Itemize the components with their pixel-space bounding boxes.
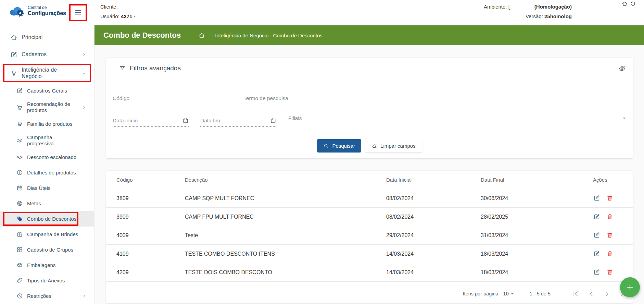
- trash-icon: [606, 213, 613, 220]
- trash-icon: [606, 250, 613, 257]
- sidebar-item-combo-de-descontos[interactable]: Combo de Descontos: [0, 211, 94, 227]
- sidebar-item-cadastro-de-grupos[interactable]: Cadastro de Grupos: [0, 242, 94, 257]
- eye-off-icon: [618, 65, 626, 72]
- edit-button[interactable]: [593, 195, 601, 202]
- sidebar-item-tipos-de-anexos[interactable]: Tipos de Anexos: [0, 273, 94, 288]
- paperclip-icon: [16, 277, 23, 284]
- sidebar-item-label: Embalagens: [27, 262, 55, 268]
- caret-down-icon: [509, 291, 515, 297]
- sidebar-item-recomendacao-de-produtos[interactable]: Recomendação de produtos: [0, 98, 94, 116]
- menu-toggle-button[interactable]: [73, 7, 84, 18]
- breadcrumb-home-icon[interactable]: [198, 32, 205, 39]
- usuario-value: 4271 -: [121, 13, 136, 19]
- sidebar-item-label: Campanha de Brindes: [27, 231, 78, 238]
- cliente-label: Cliente:: [100, 4, 118, 10]
- info-icon: [16, 169, 23, 176]
- sidebar-item-label: Recomendação de produtos: [27, 101, 79, 113]
- delete-button[interactable]: [606, 269, 614, 276]
- sidebar-item-cadastros-gerais[interactable]: Cadastros Gerais: [0, 83, 94, 98]
- cell-codigo: 4009: [116, 232, 185, 239]
- codigo-input[interactable]: Código: [113, 92, 232, 104]
- cell-data-inicial: 08/02/2024: [386, 195, 481, 202]
- chevron-right-icon: [81, 105, 87, 110]
- filters-header: Filtros avançados: [119, 64, 181, 72]
- edit-button[interactable]: [593, 250, 601, 258]
- cell-data-final: 18/03/2024: [481, 269, 593, 276]
- cell-codigo: 4109: [116, 251, 185, 257]
- sidebar-item-label: Metas: [27, 200, 41, 207]
- logout-power-icon[interactable]: [630, 1, 636, 7]
- data-inicio-input[interactable]: Data início: [113, 114, 189, 127]
- sidebar-item-metas[interactable]: Metas: [0, 196, 94, 211]
- sidebar-item-label: Tipos de Anexos: [27, 278, 65, 284]
- package-icon: [16, 262, 23, 268]
- hide-filters-button[interactable]: [618, 64, 627, 73]
- logo-cloud-gear-icon: [8, 5, 25, 17]
- sidebar-item-campanha-de-brindes[interactable]: Campanha de Brindes: [0, 227, 94, 242]
- codigo-placeholder: Código: [113, 95, 129, 101]
- previous-page-button[interactable]: [587, 289, 596, 298]
- cell-acoes: [593, 250, 633, 258]
- cell-acoes: [593, 195, 633, 202]
- usuario-label: Usuário:: [100, 13, 119, 19]
- next-page-button[interactable]: [603, 289, 611, 298]
- filiais-placeholder: Filiais: [288, 115, 302, 121]
- sidebar-item-cadastros[interactable]: Cadastros: [0, 46, 94, 63]
- limpar-label: Limpar campos: [380, 143, 416, 149]
- filters-card: Filtros avançados Código Termo de pesqui…: [106, 58, 633, 158]
- delete-button[interactable]: [606, 195, 614, 202]
- cell-codigo: 4209: [116, 269, 185, 276]
- items-per-page-select[interactable]: 10: [503, 291, 515, 297]
- filiais-select[interactable]: Filiais: [288, 112, 627, 124]
- cell-codigo: 3809: [116, 195, 185, 202]
- sidebar-item-label: Desconto escalonado: [27, 154, 76, 160]
- cart-icon: [16, 104, 23, 111]
- waves-icon: [16, 154, 23, 160]
- trash-icon: [606, 232, 613, 239]
- table-row: 4209TESTE DOIS COMBO DESCONTO14/03/20241…: [106, 263, 633, 282]
- sidebar-item-campanha-progressiva[interactable]: Campanha progressiva: [0, 132, 94, 149]
- pagination: Itens por página 10 1 - 5 de 5: [463, 287, 627, 301]
- sidebar-item-dias-uteis[interactable]: Dias Úteis: [0, 180, 94, 196]
- delete-button[interactable]: [606, 250, 614, 258]
- sidebar-item-restricoes[interactable]: Restrições: [0, 288, 94, 304]
- table-row: 3909CAMP FPU MULT FORNEC08/02/202428/02/…: [106, 208, 633, 226]
- sidebar-item-inteligencia-de-negocio[interactable]: Inteligência de Negócio: [0, 63, 94, 83]
- cell-data-final: 31/03/2024: [481, 232, 593, 239]
- edit-button[interactable]: [593, 213, 601, 221]
- sidebar-item-detalhes-de-produtos[interactable]: Detalhes de produtos: [0, 165, 94, 180]
- sidebar-item-principal[interactable]: Principal: [0, 29, 94, 46]
- corner-icons: [622, 1, 636, 7]
- first-page-button[interactable]: [571, 289, 580, 298]
- table-body: 3809CAMP SQP MULT FORNEC08/02/202430/06/…: [106, 189, 633, 282]
- calendar-icon[interactable]: [182, 118, 189, 124]
- cell-descricao: TESTE DOIS COMBO DESCONTO: [185, 269, 386, 276]
- column-header-3: Data Final: [481, 177, 593, 183]
- results-table-card: CódigoDescriçãoData InicialData FinalAçõ…: [106, 171, 633, 303]
- data-fim-input[interactable]: Data fim: [200, 114, 276, 127]
- sidebar-item-familia-de-produtos[interactable]: Família de produtos: [0, 116, 94, 132]
- limpar-campos-button[interactable]: Limpar campos: [365, 139, 422, 153]
- grid-icon: [16, 246, 23, 253]
- cell-data-inicial: 29/02/2024: [386, 232, 481, 239]
- logo-text: Central de Configurações: [28, 5, 66, 16]
- cell-acoes: [593, 213, 633, 221]
- add-button[interactable]: [620, 277, 640, 297]
- sidebar-item-label: Campanha progressiva: [27, 134, 79, 147]
- termo-pesquisa-input[interactable]: Termo de pesquisa: [243, 92, 627, 104]
- hamburger-menu-icon: [74, 8, 83, 17]
- delete-button[interactable]: [606, 232, 614, 239]
- calendar-icon[interactable]: [270, 118, 276, 124]
- sidebar-item-embalagens[interactable]: Embalagens: [0, 257, 94, 273]
- home-corner-icon[interactable]: [622, 1, 628, 7]
- sidebar-item-desconto-escalonado[interactable]: Desconto escalonado: [0, 149, 94, 165]
- app-logo[interactable]: Central de Configurações: [8, 5, 66, 17]
- pesquisar-label: Pesquisar: [332, 143, 355, 149]
- pesquisar-button[interactable]: Pesquisar: [317, 139, 361, 153]
- delete-button[interactable]: [606, 213, 614, 221]
- column-header-0: Código: [116, 177, 185, 183]
- edit-button[interactable]: [593, 232, 601, 239]
- edit-button[interactable]: [593, 269, 601, 276]
- page-title: Combo de Descontos: [103, 31, 181, 40]
- column-header-2: Data Inicial: [386, 177, 481, 183]
